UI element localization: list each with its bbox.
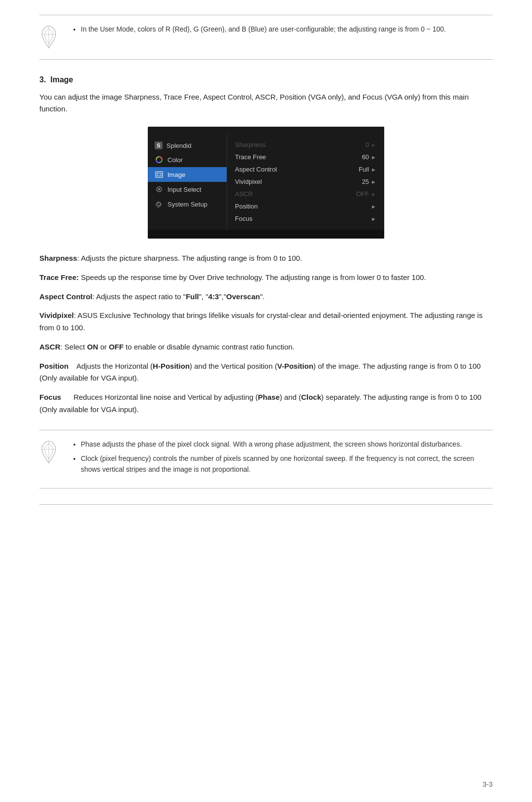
focus-arrow: ► xyxy=(371,216,376,222)
ascr-value: OFF ► xyxy=(356,190,376,198)
osd-focus-row: Focus ► xyxy=(235,212,376,225)
osd-sharpness-row: Sharpness 0 ► xyxy=(235,139,376,151)
position-label: Position xyxy=(235,203,258,210)
page-number: 3-3 xyxy=(483,780,493,788)
top-note-item-1: In the User Mode, colors of R (Red), G (… xyxy=(81,24,446,35)
section-title: Image xyxy=(50,75,73,84)
color-label: Color xyxy=(167,156,183,164)
tracefree-label: Trace Free xyxy=(235,153,266,161)
osd-vividpixel-row: Vividpixel 25 ► xyxy=(235,175,376,188)
osd-ascr-row: ASCR OFF ► xyxy=(235,188,376,200)
para-sharpness: Sharpness: Adjusts the picture sharpness… xyxy=(39,252,493,265)
bottom-note-text: Phase adjusts the phase of the pixel clo… xyxy=(71,439,493,479)
pen-icon xyxy=(39,25,58,49)
splendid-label: Splendid xyxy=(166,142,192,149)
para-aspectcontrol: Aspect Control: Adjusts the aspect ratio… xyxy=(39,291,493,303)
sharpness-label: Sharpness xyxy=(235,141,266,148)
top-note-box: In the User Mode, colors of R (Red), G (… xyxy=(39,15,493,60)
note-icon-top xyxy=(39,25,63,50)
para-vividpixel: Vividpixel: ASUS Exclusive Technology th… xyxy=(39,310,493,334)
bottom-note-item-1: Phase adjusts the phase of the pixel clo… xyxy=(81,439,493,450)
system-setup-label: System Setup xyxy=(167,201,207,208)
top-note-list: In the User Mode, colors of R (Red), G (… xyxy=(71,24,446,35)
osd-content: S Splendid Color Image xyxy=(148,134,384,230)
section-number: 3. xyxy=(39,75,46,84)
top-note-text: In the User Mode, colors of R (Red), G (… xyxy=(71,24,446,39)
pen-icon-bottom xyxy=(39,440,58,464)
para-focus: Focus Reduces Horizontal line noise and … xyxy=(39,391,493,416)
bottom-note-box: Phase adjusts the phase of the pixel clo… xyxy=(39,430,493,488)
osd-menu-color: Color xyxy=(148,152,227,167)
ascr-arrow: ► xyxy=(371,191,376,197)
page-wrapper: In the User Mode, colors of R (Red), G (… xyxy=(0,0,532,802)
position-value: ► xyxy=(371,204,376,209)
ascr-label: ASCR xyxy=(235,190,253,198)
footer-line xyxy=(39,504,493,505)
osd-menu-input-select: Input Select xyxy=(148,182,227,197)
section-intro: You can adjust the image Sharpness, Trac… xyxy=(39,91,493,115)
osd-bottom-bar xyxy=(148,230,384,239)
sharpness-arrow: ► xyxy=(371,142,376,148)
focus-value: ► xyxy=(371,216,376,222)
vividpixel-value: 25 ► xyxy=(362,178,376,185)
osd-menu-system-setup: System Setup xyxy=(148,197,227,211)
osd-tracefree-row: Trace Free 60 ► xyxy=(235,151,376,163)
aspect-arrow: ► xyxy=(371,167,376,173)
vividpixel-arrow: ► xyxy=(371,179,376,185)
sharpness-value: 0 ► xyxy=(366,141,376,148)
osd-left-menu: S Splendid Color Image xyxy=(148,134,227,230)
osd-position-row: Position ► xyxy=(235,200,376,212)
color-icon xyxy=(155,155,164,164)
position-arrow: ► xyxy=(371,204,376,209)
bottom-note-item-2: Clock (pixel frequency) controls the num… xyxy=(81,453,493,475)
section-heading: 3. Image xyxy=(39,75,493,84)
osd-aspect-row: Aspect Control Full ► xyxy=(235,163,376,175)
vividpixel-label: Vividpixel xyxy=(235,178,262,185)
osd-menu-image: Image xyxy=(148,167,227,182)
tracefree-value: 60 ► xyxy=(362,153,376,161)
para-position: Position Adjusts the Horizontal (H-Posit… xyxy=(39,360,493,385)
osd-right-panel: Sharpness 0 ► Trace Free 60 ► Aspe xyxy=(227,134,384,230)
svg-point-7 xyxy=(158,188,160,190)
osd-menu-splendid: S Splendid xyxy=(148,139,227,152)
input-icon xyxy=(155,185,164,194)
image-icon xyxy=(155,170,164,179)
osd-menu: S Splendid Color Image xyxy=(148,127,384,239)
image-label: Image xyxy=(167,171,185,178)
splendid-icon: S xyxy=(155,141,163,149)
note-icon-bottom xyxy=(39,440,63,465)
aspect-value: Full ► xyxy=(359,166,376,173)
para-tracefree: Trace Free: Speeds up the response time … xyxy=(39,272,493,284)
para-ascr: ASCR: Select ON or OFF to enable or disa… xyxy=(39,341,493,353)
aspect-label: Aspect Control xyxy=(235,166,277,173)
bottom-note-list: Phase adjusts the phase of the pixel clo… xyxy=(71,439,493,475)
osd-top-bar xyxy=(148,127,384,134)
focus-label: Focus xyxy=(235,215,252,222)
input-select-label: Input Select xyxy=(167,186,201,193)
tracefree-arrow: ► xyxy=(371,154,376,160)
gear-icon xyxy=(155,200,164,209)
